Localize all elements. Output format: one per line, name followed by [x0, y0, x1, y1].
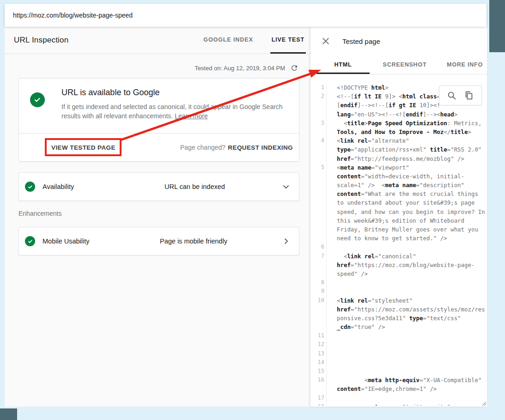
line-number: 16 — [315, 376, 327, 384]
line-number — [315, 269, 327, 278]
code-text — [327, 278, 337, 287]
code-text: href="https://moz.com/assets/styles/moz/… — [327, 305, 485, 314]
line-number: 11 — [315, 331, 327, 340]
code-text: <!--[if lt IE 9]> <html class= — [327, 92, 440, 101]
availability-value: URL can be indexed — [164, 183, 225, 190]
line-number — [315, 207, 327, 216]
code-row: type="application/rss+xml" title="RSS 2.… — [315, 145, 487, 154]
verdict-title: URL is available to Google — [61, 88, 288, 97]
code-text: lang="en-US"><!--<![endif]--><head> — [327, 110, 457, 119]
view-tested-page-button[interactable]: VIEW TESTED PAGE — [51, 144, 116, 151]
code-row: need to know to get started." /> — [315, 234, 487, 243]
line-number — [315, 172, 327, 181]
line-number: 12 — [315, 340, 327, 349]
url-inspection-panel: URL Inspection GOOGLE INDEX LIVE TEST Te… — [5, 27, 310, 407]
code-row: href="http://feedpress.me/mozblog" /> — [315, 154, 487, 163]
tab-more-info[interactable]: MORE INFO — [443, 55, 487, 74]
line-number: 15 — [315, 367, 327, 376]
chevron-right-icon[interactable] — [280, 236, 292, 247]
learn-more-link[interactable]: Learn more — [175, 112, 208, 120]
code-row: 9 — [315, 287, 487, 296]
code-row: content="IE=edge,chrome=1" /> — [315, 384, 487, 393]
refresh-icon[interactable] — [290, 64, 298, 72]
decor-corner-top-right — [489, 0, 505, 52]
tab-live-test[interactable]: LIVE TEST — [270, 27, 306, 54]
copy-icon[interactable] — [464, 91, 474, 101]
search-icon[interactable] — [447, 91, 457, 101]
request-indexing-button[interactable]: REQUEST INDEXING — [228, 144, 293, 151]
line-number — [315, 181, 327, 189]
line-number: 17 — [315, 394, 327, 402]
code-row: href="https://moz.com/assets/styles/moz/… — [315, 305, 487, 314]
code-row: 14 — [315, 358, 487, 367]
line-number: 10 — [315, 296, 327, 305]
code-text: href="https://moz.com/blog/website-page- — [327, 261, 475, 269]
line-number — [315, 234, 327, 243]
chevron-down-icon[interactable] — [280, 181, 292, 192]
code-text: <title>Page Speed Optimization: Metrics, — [327, 119, 481, 128]
code-text: Tools, and How to Improve - Moz</title> — [327, 128, 471, 136]
code-row: ponsive.css?5e3da11" type="text/css" — [315, 314, 487, 323]
code-row: 5<meta name="viewport" — [315, 163, 487, 172]
line-number: 8 — [315, 278, 327, 287]
html-source-view[interactable]: 1<!DOCTYPE html>2<!--[if lt IE 9]> <html… — [310, 74, 487, 406]
line-number — [315, 110, 327, 119]
code-row: to understand about your site&#39;s page — [315, 198, 487, 207]
verdict-main: URL is available to Google If it gets in… — [19, 79, 299, 133]
tested-page-panel: Tested page HTML SCREENSHOT MORE INFO 1<… — [310, 27, 487, 407]
code-row: href="https://moz.com/blog/website-page- — [315, 261, 487, 269]
line-number: 5 — [315, 163, 327, 172]
tab-screenshot[interactable]: SCREENSHOT — [379, 55, 431, 74]
tested-on-row: Tested on: Aug 12, 2019, 3:04 PM — [5, 54, 310, 72]
code-text — [327, 349, 337, 358]
line-number — [315, 145, 327, 154]
line-number: 1 — [315, 83, 327, 92]
line-number: 14 — [315, 358, 327, 367]
code-row: 15 — [315, 367, 487, 376]
verdict-card: URL is available to Google If it gets in… — [18, 78, 299, 162]
tested-page-tabs: HTML SCREENSHOT MORE INFO — [310, 55, 487, 74]
code-row: 10<link rel="stylesheet" — [315, 296, 487, 305]
code-row: content="What are the most crucial thing… — [315, 189, 487, 198]
code-text — [327, 340, 337, 349]
mobile-usability-label: Mobile Usability — [43, 237, 90, 245]
verdict-body: If it gets indexed and selected as canon… — [61, 102, 288, 121]
code-row: 12 — [315, 340, 487, 349]
tab-html[interactable]: HTML — [316, 55, 370, 74]
line-number — [315, 323, 327, 331]
code-text: <meta http-equiv="X-UA-Compatible" — [327, 376, 481, 384]
code-text — [327, 394, 337, 402]
code-text: need to know to get started." /> — [327, 234, 447, 243]
line-number — [315, 384, 327, 393]
line-number — [315, 314, 327, 323]
code-text: Friday, Britney Muller goes over what yo… — [327, 225, 478, 234]
line-number — [315, 101, 327, 110]
line-number — [315, 154, 327, 163]
url-inspection-input[interactable]: https://moz.com/blog/website-page-speed — [5, 4, 487, 27]
line-number — [315, 189, 327, 198]
mobile-usability-card[interactable]: Mobile Usability Page is mobile friendly — [18, 227, 299, 256]
line-number: 18 — [315, 402, 327, 406]
line-number: 7 — [315, 252, 327, 261]
code-text: to understand about your site&#39;s page — [327, 198, 475, 207]
code-text — [327, 367, 337, 376]
resize-grip[interactable] — [481, 401, 487, 406]
code-text: <meta name="twitter:site" — [327, 402, 450, 406]
line-number: 6 — [315, 243, 327, 251]
mobile-usability-value: Page is mobile friendly — [160, 237, 227, 245]
availability-card[interactable]: Availability URL can be indexed — [18, 172, 299, 201]
code-text: type="application/rss+xml" title="RSS 2.… — [327, 145, 481, 154]
tab-google-index[interactable]: GOOGLE INDEX — [202, 27, 254, 54]
close-icon[interactable] — [321, 37, 330, 46]
line-number: 9 — [315, 287, 327, 296]
verdict-body-text: If it gets indexed and selected as canon… — [61, 103, 283, 120]
inspected-url: https://moz.com/blog/website-page-speed — [13, 12, 133, 19]
line-number — [315, 261, 327, 269]
code-text: <link rel="stylesheet" — [327, 296, 413, 305]
code-row: 18 <meta name="twitter:site" — [315, 402, 487, 406]
code-row: _cdn="true" /> — [315, 323, 487, 331]
code-text: _cdn="true" /> — [327, 323, 385, 331]
code-row: 16 <meta http-equiv="X-UA-Compatible" — [315, 376, 487, 384]
code-text: content="IE=edge,chrome=1" /> — [327, 384, 437, 393]
code-row: speed" /> — [315, 269, 487, 278]
